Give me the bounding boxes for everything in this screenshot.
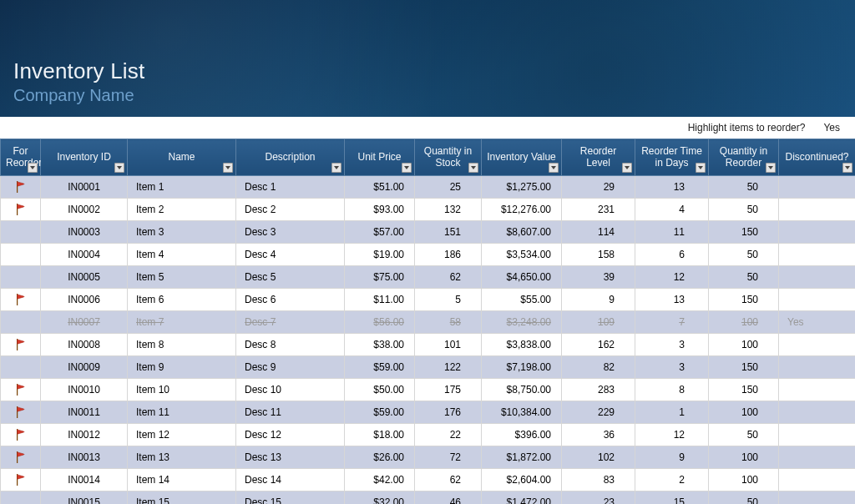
qty-reorder-cell[interactable]: 100 xyxy=(709,401,779,424)
reorder-time-cell[interactable]: 3 xyxy=(635,334,709,356)
name-cell[interactable]: Item 4 xyxy=(128,244,236,266)
reorder-flag-cell[interactable] xyxy=(1,491,41,505)
reorder-level-cell[interactable]: 283 xyxy=(562,379,635,401)
discontinued-cell[interactable] xyxy=(779,446,856,469)
discontinued-cell[interactable] xyxy=(779,221,856,244)
discontinued-cell[interactable] xyxy=(779,199,856,221)
inventory-id-cell[interactable]: IN0005 xyxy=(41,266,128,289)
reorder-flag-cell[interactable] xyxy=(1,356,41,379)
reorder-level-cell[interactable]: 23 xyxy=(562,491,635,505)
qty-reorder-cell[interactable]: 50 xyxy=(709,266,779,289)
unit-price-cell[interactable]: $19.00 xyxy=(345,244,415,266)
filter-dropdown-icon[interactable] xyxy=(696,163,706,173)
name-cell[interactable]: Item 8 xyxy=(128,334,236,356)
column-header[interactable]: Discontinued? xyxy=(779,139,856,176)
inventory-value-cell[interactable]: $1,872.00 xyxy=(482,446,562,469)
table-row[interactable]: IN0010Item 10Desc 10$50.00175$8,750.0028… xyxy=(1,379,856,401)
description-cell[interactable]: Desc 1 xyxy=(236,176,345,199)
inventory-id-cell[interactable]: IN0004 xyxy=(41,244,128,266)
reorder-flag-cell[interactable] xyxy=(1,379,41,401)
inventory-id-cell[interactable]: IN0009 xyxy=(41,356,128,379)
discontinued-cell[interactable] xyxy=(779,379,856,401)
discontinued-cell[interactable] xyxy=(779,334,856,356)
qty-stock-cell[interactable]: 62 xyxy=(415,469,482,491)
inventory-value-cell[interactable]: $8,607.00 xyxy=(482,221,562,244)
reorder-flag-cell[interactable] xyxy=(1,289,41,311)
inventory-value-cell[interactable]: $1,275.00 xyxy=(482,176,562,199)
reorder-level-cell[interactable]: 29 xyxy=(562,176,635,199)
unit-price-cell[interactable]: $26.00 xyxy=(345,446,415,469)
table-row[interactable]: IN0005Item 5Desc 5$75.0062$4,650.0039125… xyxy=(1,266,856,289)
qty-reorder-cell[interactable]: 100 xyxy=(709,469,779,491)
name-cell[interactable]: Item 9 xyxy=(128,356,236,379)
name-cell[interactable]: Item 6 xyxy=(128,289,236,311)
filter-dropdown-icon[interactable] xyxy=(468,163,478,173)
name-cell[interactable]: Item 10 xyxy=(128,379,236,401)
reorder-time-cell[interactable]: 13 xyxy=(635,176,709,199)
reorder-flag-cell[interactable] xyxy=(1,311,41,334)
description-cell[interactable]: Desc 5 xyxy=(236,266,345,289)
unit-price-cell[interactable]: $50.00 xyxy=(345,379,415,401)
inventory-id-cell[interactable]: IN0007 xyxy=(41,311,128,334)
reorder-time-cell[interactable]: 13 xyxy=(635,289,709,311)
description-cell[interactable]: Desc 13 xyxy=(236,446,345,469)
discontinued-cell[interactable] xyxy=(779,244,856,266)
qty-reorder-cell[interactable]: 150 xyxy=(709,356,779,379)
name-cell[interactable]: Item 15 xyxy=(128,491,236,505)
reorder-time-cell[interactable]: 12 xyxy=(635,424,709,446)
unit-price-cell[interactable]: $56.00 xyxy=(345,311,415,334)
inventory-id-cell[interactable]: IN0003 xyxy=(41,221,128,244)
table-row[interactable]: IN0015Item 15Desc 15$32.0046$1,472.00231… xyxy=(1,491,856,505)
unit-price-cell[interactable]: $93.00 xyxy=(345,199,415,221)
qty-stock-cell[interactable]: 58 xyxy=(415,311,482,334)
name-cell[interactable]: Item 3 xyxy=(128,221,236,244)
description-cell[interactable]: Desc 9 xyxy=(236,356,345,379)
filter-dropdown-icon[interactable] xyxy=(114,163,124,173)
filter-dropdown-icon[interactable] xyxy=(766,163,776,173)
name-cell[interactable]: Item 12 xyxy=(128,424,236,446)
reorder-flag-cell[interactable] xyxy=(1,221,41,244)
qty-reorder-cell[interactable]: 150 xyxy=(709,221,779,244)
qty-reorder-cell[interactable]: 100 xyxy=(709,334,779,356)
qty-reorder-cell[interactable]: 50 xyxy=(709,244,779,266)
inventory-value-cell[interactable]: $10,384.00 xyxy=(482,401,562,424)
reorder-time-cell[interactable]: 2 xyxy=(635,469,709,491)
inventory-value-cell[interactable]: $8,750.00 xyxy=(482,379,562,401)
filter-dropdown-icon[interactable] xyxy=(223,163,233,173)
qty-reorder-cell[interactable]: 100 xyxy=(709,446,779,469)
reorder-time-cell[interactable]: 9 xyxy=(635,446,709,469)
filter-dropdown-icon[interactable] xyxy=(331,163,341,173)
discontinued-cell[interactable] xyxy=(779,266,856,289)
reorder-time-cell[interactable]: 7 xyxy=(635,311,709,334)
inventory-id-cell[interactable]: IN0001 xyxy=(41,176,128,199)
inventory-value-cell[interactable]: $1,472.00 xyxy=(482,491,562,505)
discontinued-cell[interactable]: Yes xyxy=(779,311,856,334)
reorder-flag-cell[interactable] xyxy=(1,424,41,446)
qty-stock-cell[interactable]: 132 xyxy=(415,199,482,221)
qty-stock-cell[interactable]: 72 xyxy=(415,446,482,469)
discontinued-cell[interactable] xyxy=(779,491,856,505)
table-row[interactable]: IN0006Item 6Desc 6$11.005$55.00913150 xyxy=(1,289,856,311)
description-cell[interactable]: Desc 4 xyxy=(236,244,345,266)
inventory-value-cell[interactable]: $7,198.00 xyxy=(482,356,562,379)
table-row[interactable]: IN0002Item 2Desc 2$93.00132$12,276.00231… xyxy=(1,199,856,221)
discontinued-cell[interactable] xyxy=(779,356,856,379)
unit-price-cell[interactable]: $59.00 xyxy=(345,356,415,379)
qty-stock-cell[interactable]: 151 xyxy=(415,221,482,244)
name-cell[interactable]: Item 5 xyxy=(128,266,236,289)
inventory-value-cell[interactable]: $4,650.00 xyxy=(482,266,562,289)
filter-dropdown-icon[interactable] xyxy=(549,163,559,173)
reorder-level-cell[interactable]: 114 xyxy=(562,221,635,244)
qty-stock-cell[interactable]: 186 xyxy=(415,244,482,266)
description-cell[interactable]: Desc 15 xyxy=(236,491,345,505)
qty-reorder-cell[interactable]: 50 xyxy=(709,491,779,505)
column-header[interactable]: Reorder Level xyxy=(562,139,635,176)
name-cell[interactable]: Item 2 xyxy=(128,199,236,221)
qty-stock-cell[interactable]: 122 xyxy=(415,356,482,379)
reorder-level-cell[interactable]: 83 xyxy=(562,469,635,491)
description-cell[interactable]: Desc 2 xyxy=(236,199,345,221)
discontinued-cell[interactable] xyxy=(779,424,856,446)
inventory-value-cell[interactable]: $3,838.00 xyxy=(482,334,562,356)
reorder-time-cell[interactable]: 4 xyxy=(635,199,709,221)
filter-dropdown-icon[interactable] xyxy=(28,163,38,173)
